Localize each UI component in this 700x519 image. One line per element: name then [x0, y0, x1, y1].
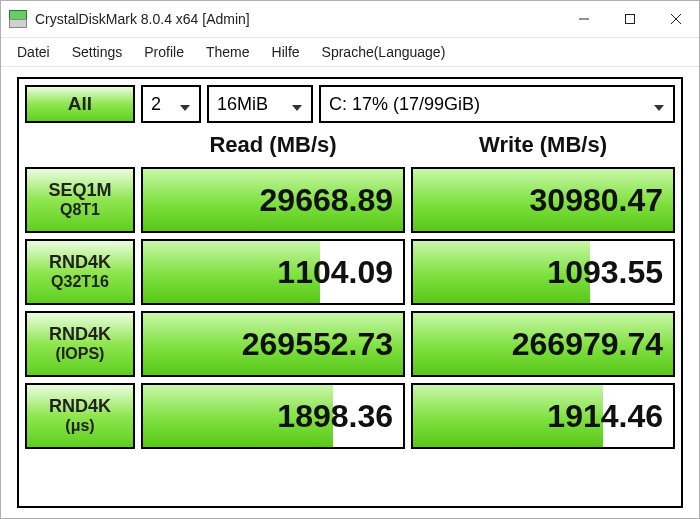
test-label-l1: RND4K — [49, 325, 111, 345]
size-select[interactable]: 16MiB — [207, 85, 313, 123]
result-rnd4k-iops-read: 269552.73 — [141, 311, 405, 377]
result-seq1m-write: 30980.47 — [411, 167, 675, 233]
test-button-rnd4k-q32t16[interactable]: RND4K Q32T16 — [25, 239, 135, 305]
drive-value: C: 17% (17/99GiB) — [329, 94, 480, 115]
test-label-l2: (μs) — [65, 417, 94, 435]
chevron-down-icon — [653, 98, 665, 110]
test-label-l1: RND4K — [49, 253, 111, 273]
menu-file[interactable]: Datei — [7, 42, 60, 62]
controls-row: All 2 16MiB C: 17% (17/99GiB) — [25, 85, 675, 123]
titlebar: CrystalDiskMark 8.0.4 x64 [Admin] — [1, 1, 699, 38]
write-header: Write (MB/s) — [411, 129, 675, 161]
result-rnd4k-q32t16-write: 1093.55 — [411, 239, 675, 305]
menu-profile[interactable]: Profile — [134, 42, 194, 62]
maximize-button[interactable] — [607, 1, 653, 37]
runs-value: 2 — [151, 94, 161, 115]
drive-select[interactable]: C: 17% (17/99GiB) — [319, 85, 675, 123]
menu-language[interactable]: Sprache(Language) — [312, 42, 456, 62]
results-panel: All 2 16MiB C: 17% (17/99GiB) Read (MB/s… — [17, 77, 683, 508]
result-value: 1914.46 — [413, 385, 673, 447]
result-value: 1898.36 — [143, 385, 403, 447]
result-rnd4k-iops-write: 266979.74 — [411, 311, 675, 377]
client-area: All 2 16MiB C: 17% (17/99GiB) Read (MB/s… — [1, 67, 699, 518]
run-all-label: All — [68, 93, 92, 115]
chevron-down-icon — [291, 98, 303, 110]
test-label-l2: Q32T16 — [51, 273, 109, 291]
window-title: CrystalDiskMark 8.0.4 x64 [Admin] — [35, 11, 561, 27]
svg-rect-1 — [626, 15, 635, 24]
runs-select[interactable]: 2 — [141, 85, 201, 123]
selectors: 2 16MiB C: 17% (17/99GiB) — [141, 85, 675, 123]
chevron-down-icon — [179, 98, 191, 110]
result-value: 1093.55 — [413, 241, 673, 303]
read-header: Read (MB/s) — [141, 129, 405, 161]
menu-settings[interactable]: Settings — [62, 42, 133, 62]
app-window: CrystalDiskMark 8.0.4 x64 [Admin] Datei … — [0, 0, 700, 519]
window-controls — [561, 1, 699, 37]
test-label-l1: SEQ1M — [48, 181, 111, 201]
menu-help[interactable]: Hilfe — [262, 42, 310, 62]
result-value: 269552.73 — [143, 313, 403, 375]
result-rnd4k-q32t16-read: 1104.09 — [141, 239, 405, 305]
app-icon — [9, 10, 27, 28]
menubar: Datei Settings Profile Theme Hilfe Sprac… — [1, 38, 699, 67]
result-seq1m-read: 29668.89 — [141, 167, 405, 233]
result-value: 266979.74 — [413, 313, 673, 375]
test-button-rnd4k-us[interactable]: RND4K (μs) — [25, 383, 135, 449]
test-button-seq1m[interactable]: SEQ1M Q8T1 — [25, 167, 135, 233]
test-label-l2: (IOPS) — [56, 345, 105, 363]
size-value: 16MiB — [217, 94, 268, 115]
result-rnd4k-us-write: 1914.46 — [411, 383, 675, 449]
minimize-button[interactable] — [561, 1, 607, 37]
menu-theme[interactable]: Theme — [196, 42, 260, 62]
header-row: Read (MB/s) Write (MB/s) — [25, 129, 675, 161]
result-value: 30980.47 — [413, 169, 673, 231]
close-button[interactable] — [653, 1, 699, 37]
test-label-l1: RND4K — [49, 397, 111, 417]
test-label-l2: Q8T1 — [60, 201, 100, 219]
result-value: 1104.09 — [143, 241, 403, 303]
test-button-rnd4k-iops[interactable]: RND4K (IOPS) — [25, 311, 135, 377]
test-row-rnd4k-iops: RND4K (IOPS) 269552.73 266979.74 — [25, 311, 675, 377]
header-spacer — [25, 129, 135, 161]
run-all-button[interactable]: All — [25, 85, 135, 123]
result-value: 29668.89 — [143, 169, 403, 231]
test-row-seq1m: SEQ1M Q8T1 29668.89 30980.47 — [25, 167, 675, 233]
test-row-rnd4k-us: RND4K (μs) 1898.36 1914.46 — [25, 383, 675, 449]
result-rnd4k-us-read: 1898.36 — [141, 383, 405, 449]
test-row-rnd4k-q32t16: RND4K Q32T16 1104.09 1093.55 — [25, 239, 675, 305]
